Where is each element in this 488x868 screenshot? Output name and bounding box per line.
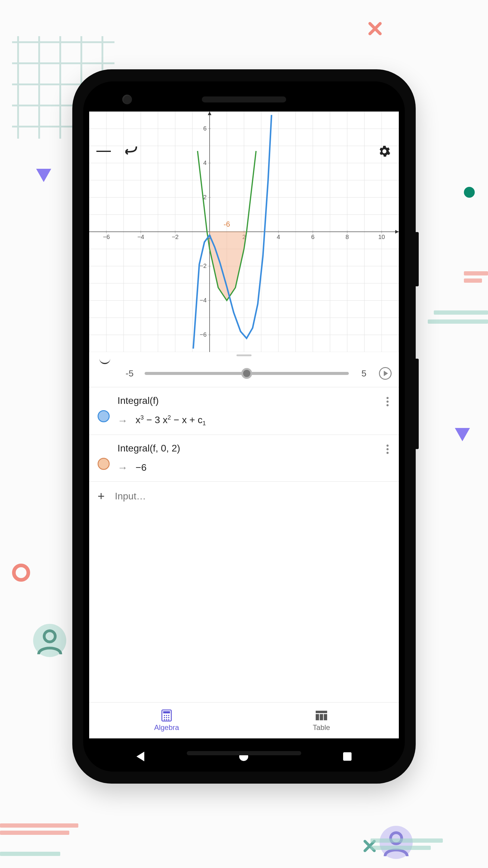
menu-button[interactable] [96,144,111,158]
color-marker[interactable] [98,458,110,470]
phone-side-button [416,232,419,286]
svg-text:−6: −6 [103,234,110,240]
color-marker[interactable] [98,410,110,422]
svg-text:6: 6 [203,125,207,132]
more-button[interactable] [382,443,393,454]
tab-algebra[interactable]: Algebra [89,703,244,738]
phone-camera [122,95,132,104]
doodle-dot-icon [464,187,475,198]
panel-drag-handle[interactable] [89,352,399,359]
svg-text:8: 8 [346,234,349,240]
doodle-x-icon [367,21,383,36]
arrow-right-icon: → [118,415,128,427]
undo-button[interactable] [124,144,138,158]
svg-text:−2: −2 [200,262,207,269]
doodle-bars [0,852,60,859]
svg-point-86 [164,717,165,718]
slider-thumb[interactable] [241,368,252,379]
app-screen: 3:52 −6−4−20246810−6−4−2246-6 [89,124,399,738]
svg-rect-95 [324,714,327,720]
entry-result: −6 [135,462,147,473]
nav-recent-button[interactable] [343,752,352,761]
svg-rect-92 [316,711,327,713]
collapse-icon[interactable] [99,359,110,364]
slider-max: 5 [355,368,372,378]
phone-frame: 3:52 −6−4−20246810−6−4−2246-6 [72,69,416,784]
arrow-right-icon: → [118,462,128,473]
entry-label: Integral(f) [118,395,374,406]
doodle-bars [434,310,488,318]
svg-rect-93 [316,714,319,720]
svg-point-85 [168,715,169,716]
svg-rect-94 [320,714,323,720]
bottom-tabs: Algebra Table [89,702,399,738]
calculator-icon [161,710,173,721]
svg-point-91 [168,719,169,720]
android-navbar [89,741,399,772]
play-button[interactable] [379,367,392,380]
phone-side-button [416,359,419,449]
svg-point-89 [164,719,165,720]
tab-label: Algebra [154,723,179,732]
slider-min: -5 [121,368,138,378]
expression-input[interactable] [115,491,390,502]
algebra-panel: -5 5 Integral(f) → x3 − 3 x2 − x + c1 [89,359,399,738]
doodle-bars [0,824,78,838]
doodle-bars [428,319,488,327]
nav-back-button[interactable] [136,752,144,761]
input-row: + [89,481,399,511]
svg-point-88 [168,717,169,718]
svg-point-90 [166,719,167,720]
svg-point-84 [166,715,167,716]
doodle-person-icon [33,624,66,657]
algebra-entry-integral[interactable]: Integral(f) → x3 − 3 x2 − x + c1 [89,387,399,435]
phone-bottom-speaker [187,751,301,755]
doodle-bars [370,838,443,853]
tab-label: Table [313,723,330,732]
table-icon [315,710,327,721]
tab-table[interactable]: Table [244,703,399,738]
phone-speaker [202,96,286,102]
svg-point-83 [164,715,165,716]
doodle-triangle-icon [36,169,51,182]
svg-text:−6: −6 [200,331,207,338]
doodle-bars [464,271,488,286]
algebra-entry-definite-integral[interactable]: Integral(f, 0, 2) → −6 [89,435,399,481]
slider[interactable] [144,372,349,375]
svg-text:−2: −2 [172,234,178,240]
entry-result: x3 − 3 x2 − x + c1 [135,414,206,427]
svg-text:−4: −4 [137,234,144,240]
slider-row: -5 5 [89,359,399,387]
svg-text:6: 6 [311,234,315,240]
toolbar [89,138,399,164]
svg-rect-82 [163,711,170,713]
settings-button[interactable] [377,144,392,158]
doodle-circle-icon [12,564,30,582]
doodle-triangle-icon [455,428,470,441]
svg-text:10: 10 [378,234,385,240]
svg-text:-6: -6 [224,220,230,228]
more-button[interactable] [382,395,393,406]
svg-text:4: 4 [277,234,280,240]
svg-text:−4: −4 [200,297,207,304]
add-button[interactable]: + [98,490,104,503]
svg-point-87 [166,717,167,718]
entry-label: Integral(f, 0, 2) [118,443,374,454]
